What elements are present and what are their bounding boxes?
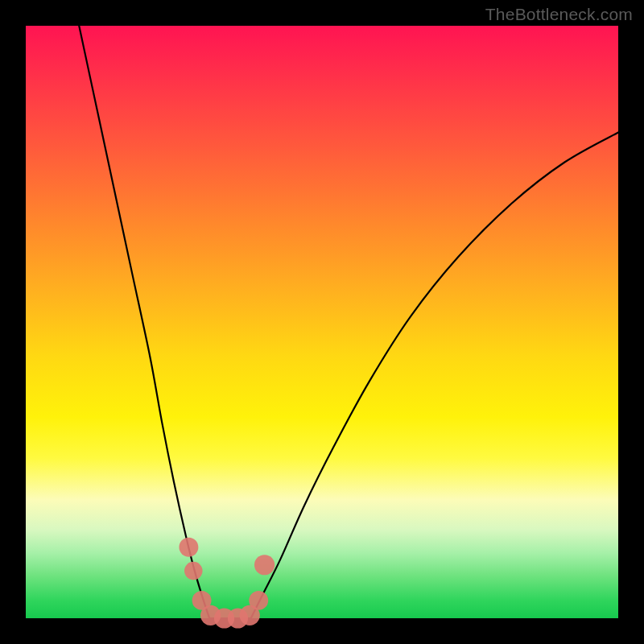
valley-markers bbox=[179, 538, 275, 629]
valley-marker bbox=[249, 591, 268, 610]
watermark-text: TheBottleneck.com bbox=[485, 5, 633, 24]
left-branch-curve bbox=[79, 26, 209, 618]
plot-area bbox=[26, 26, 618, 618]
valley-marker bbox=[254, 555, 275, 575]
chart-frame: TheBottleneck.com bbox=[0, 0, 644, 644]
valley-marker bbox=[184, 562, 203, 580]
valley-marker bbox=[179, 538, 198, 557]
curve-overlay bbox=[26, 26, 618, 618]
right-branch-curve bbox=[251, 132, 618, 618]
